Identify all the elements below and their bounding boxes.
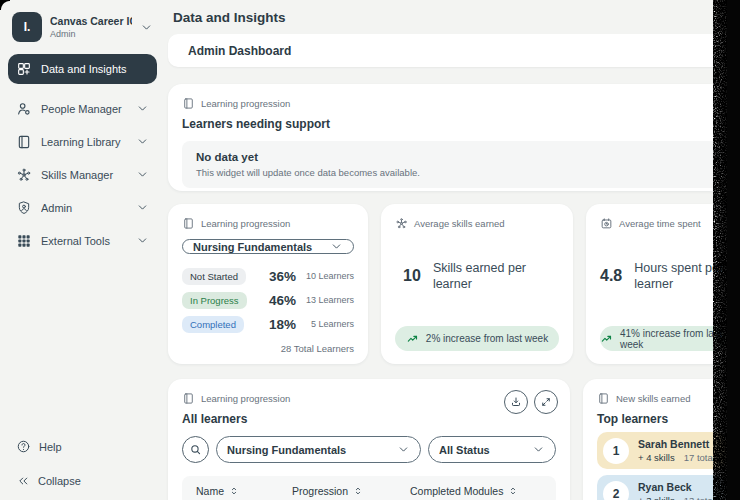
- book-icon: [182, 392, 195, 405]
- admin-dashboard-accordion[interactable]: Admin Dashboard: [168, 34, 740, 67]
- trend-up-icon: [406, 332, 420, 346]
- learner-info: Ryan Beck + 3 skills 13 total: [638, 481, 715, 500]
- list-item: 2 Ryan Beck + 3 skills 13 total: [597, 475, 726, 500]
- card-category: New skills earned: [597, 392, 726, 405]
- calendar-clock-icon: [600, 217, 613, 230]
- column-header-completed-modules[interactable]: Completed Modules: [410, 485, 542, 497]
- column-header-progression[interactable]: Progression: [292, 485, 410, 497]
- main-content: Data and Insights Admin Dashboard Learni…: [165, 0, 740, 500]
- empty-state-message: This widget will update once data become…: [196, 167, 712, 178]
- status-badge: Completed: [182, 316, 244, 333]
- trend-up-icon: [600, 332, 614, 346]
- learner-skills: + 3 skills 13 total: [638, 495, 715, 500]
- tables-row: Learning progression All learners: [168, 379, 740, 500]
- stat-count: 5 Learners: [296, 319, 354, 329]
- search-button[interactable]: [182, 436, 209, 463]
- card-category-label: Learning progression: [201, 218, 290, 229]
- metric: 4.8 Hours spent per learner: [600, 230, 726, 326]
- status-badge: In Progress: [182, 292, 247, 309]
- sidebar-item-label: Skills Manager: [41, 169, 127, 181]
- trend-badge: 2% increase from last week: [395, 326, 559, 351]
- chevron-down-icon: [136, 201, 149, 214]
- learning-progression-card: Learning progression Nursing Fundamental…: [168, 204, 368, 364]
- card-category-label: Average time spent: [619, 218, 701, 229]
- sidebar-item-label: Learning Library: [41, 136, 127, 148]
- org-logo: I.: [12, 12, 42, 42]
- accordion-label: Admin Dashboard: [188, 44, 291, 58]
- trend-label: 2% increase from last week: [426, 333, 548, 344]
- help-label: Help: [39, 441, 62, 453]
- all-learners-card: Learning progression All learners: [168, 379, 570, 500]
- sidebar-item-admin[interactable]: Admin: [8, 191, 157, 224]
- card-actions: [504, 390, 558, 414]
- average-time-card: Average time spent 4.8 Hours spent per l…: [586, 204, 740, 364]
- course-filter-value: Nursing Fundamentals: [227, 444, 391, 456]
- list-item: 1 Sarah Bennett + 4 skills 17 total: [597, 432, 726, 469]
- stat-row-completed: Completed 18% 5 Learners: [182, 312, 354, 336]
- metrics-row: Learning progression Nursing Fundamental…: [168, 204, 740, 364]
- apps-icon: [16, 233, 32, 249]
- sidebar-item-people-manager[interactable]: People Manager: [8, 92, 157, 125]
- top-learners-card: New skills earned Top learners 1 Sarah B…: [583, 379, 740, 500]
- course-select[interactable]: Nursing Fundamentals: [182, 239, 354, 254]
- account-role: Admin: [50, 29, 132, 39]
- collapse-label: Collapse: [38, 475, 81, 487]
- account-name: Canvas Career ICO...: [50, 15, 132, 27]
- sort-icon: [229, 485, 239, 497]
- top-learners-list: 1 Sarah Bennett + 4 skills 17 total 2 Ry…: [597, 432, 726, 500]
- stat-row-in-progress: In Progress 46% 13 Learners: [182, 288, 354, 312]
- sidebar-item-skills-manager[interactable]: Skills Manager: [8, 158, 157, 191]
- skills-gained: + 3 skills: [638, 495, 675, 500]
- book-icon: [597, 392, 610, 405]
- sort-icon: [353, 485, 363, 497]
- collapse-icon: [16, 474, 30, 488]
- column-label: Completed Modules: [410, 485, 503, 497]
- average-skills-card: Average skills earned 10 Skills earned p…: [381, 204, 573, 364]
- sidebar-item-label: People Manager: [41, 103, 127, 115]
- skills-gained: + 4 skills: [638, 452, 675, 463]
- status-filter-select[interactable]: All Status: [428, 436, 556, 463]
- collapse-sidebar-button[interactable]: Collapse: [16, 474, 81, 488]
- course-filter-select[interactable]: Nursing Fundamentals: [216, 436, 421, 463]
- column-header-name[interactable]: Name: [196, 485, 292, 497]
- sidebar-item-label: External Tools: [41, 235, 127, 247]
- skills-icon: [395, 217, 408, 230]
- card-category-label: New skills earned: [616, 393, 690, 404]
- sidebar-item-data-and-insights[interactable]: Data and Insights: [8, 54, 157, 84]
- card-title: All learners: [182, 412, 556, 426]
- sort-icon: [508, 485, 518, 497]
- help-icon: [16, 439, 31, 454]
- account-switcher[interactable]: I. Canvas Career ICO... Admin: [8, 12, 157, 42]
- sidebar-item-label: Data and Insights: [41, 63, 149, 75]
- column-label: Progression: [292, 485, 348, 497]
- skills-total: 13 total: [684, 495, 715, 500]
- progression-stats: Not Started 36% 10 Learners In Progress …: [182, 264, 354, 354]
- sidebar-item-learning-library[interactable]: Learning Library: [8, 125, 157, 158]
- metric-label: Skills earned per learner: [433, 260, 551, 293]
- chevron-down-icon: [136, 168, 149, 181]
- chevron-down-icon: [397, 443, 410, 456]
- learner-info: Sarah Bennett + 4 skills 17 total: [638, 438, 715, 463]
- trend-badge: 41% increase from last week: [600, 326, 726, 351]
- metric-value: 10: [403, 267, 421, 285]
- rank-badge: 2: [603, 481, 629, 500]
- card-category: Learning progression: [182, 97, 726, 110]
- chevron-down-icon: [330, 240, 343, 253]
- account-text: Canvas Career ICO... Admin: [50, 15, 132, 39]
- stat-row-not-started: Not Started 36% 10 Learners: [182, 264, 354, 288]
- sidebar-item-label: Admin: [41, 202, 127, 214]
- sidebar-item-external-tools[interactable]: External Tools: [8, 224, 157, 257]
- book-icon: [182, 217, 195, 230]
- download-button[interactable]: [504, 390, 528, 414]
- learner-skills: + 4 skills 17 total: [638, 452, 715, 463]
- dashboard-icon: [16, 61, 32, 77]
- help-button[interactable]: Help: [16, 439, 62, 454]
- metric-label: Hours spent per learner: [634, 260, 726, 293]
- page-title: Data and Insights: [173, 10, 740, 25]
- expand-button[interactable]: [534, 390, 558, 414]
- status-filter-value: All Status: [439, 444, 526, 456]
- card-title: Top learners: [597, 412, 726, 426]
- stat-percent: 36%: [269, 269, 296, 284]
- chevron-down-icon: [532, 443, 545, 456]
- card-category-label: Learning progression: [201, 98, 290, 109]
